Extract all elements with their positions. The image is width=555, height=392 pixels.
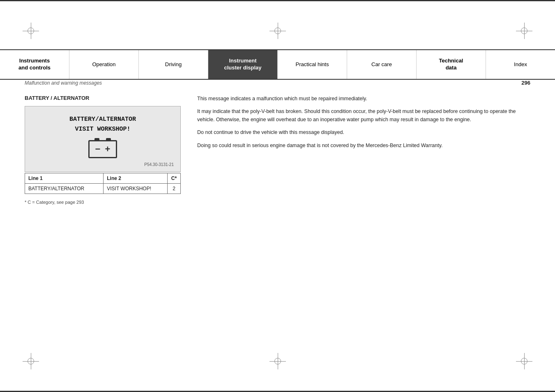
nav-item-instruments[interactable]: Instruments and controls — [0, 50, 69, 79]
navbar: Instruments and controls Operation Drivi… — [0, 49, 555, 80]
message-title: BATTERY / ALTERNATOR — [25, 95, 181, 101]
display-text: BATTERY/ALTERNATOR VISIT WORKSHOP! — [32, 115, 174, 134]
section-title: Malfunction and warning messages — [25, 80, 102, 86]
nav-item-operation[interactable]: Operation — [69, 50, 139, 79]
nav-item-practical-hints[interactable]: Practical hints — [278, 50, 347, 79]
nav-item-car-care[interactable]: Car care — [347, 50, 417, 79]
col-header-line2: Line 2 — [104, 173, 168, 184]
footnote: * C = Category, see page 293 — [25, 200, 181, 205]
right-para-1: This message indicates a malfunction whi… — [197, 95, 530, 103]
display-line1: BATTERY/ALTERNATOR — [69, 116, 136, 123]
display-line2: VISIT WORKSHOP! — [75, 126, 130, 133]
right-column: This message indicates a malfunction whi… — [197, 95, 530, 205]
terminal-plus: + — [105, 145, 111, 154]
right-para-3: Do not continue to drive the vehicle wit… — [197, 129, 530, 136]
top-border — [0, 0, 555, 1]
right-para-4: Doing so could result in serious engine … — [197, 142, 530, 150]
crosshair-top-right — [516, 23, 532, 39]
nav-item-technical-data[interactable]: Technical data — [417, 50, 486, 79]
nav-item-index[interactable]: Index — [486, 50, 555, 79]
battery-icon: − + — [32, 140, 174, 158]
nav-item-instrument-cluster[interactable]: Instrument cluster display — [208, 50, 278, 79]
two-column-layout: BATTERY / ALTERNATOR BATTERY/ALTERNATOR … — [25, 95, 530, 205]
terminal-minus: − — [95, 145, 101, 154]
right-para-2: It may indicate that the poly-V-belt has… — [197, 108, 530, 124]
cell-line1: BATTERY/ALTERNATOR — [25, 184, 104, 194]
nav-item-driving[interactable]: Driving — [139, 50, 208, 79]
col-header-line1: Line 1 — [25, 173, 104, 184]
crosshair-top-left — [23, 23, 39, 39]
display-box: BATTERY/ALTERNATOR VISIT WORKSHOP! − + P… — [25, 106, 181, 172]
cell-line2: VISIT WORKSHOP! — [104, 184, 168, 194]
col-header-c: C* — [168, 173, 181, 184]
data-table: Line 1 Line 2 C* BATTERY/ALTERNATOR VISI… — [25, 173, 181, 194]
left-column: BATTERY / ALTERNATOR BATTERY/ALTERNATOR … — [25, 95, 181, 205]
table-row: BATTERY/ALTERNATOR VISIT WORKSHOP! 2 — [25, 184, 181, 194]
page-number: 296 — [521, 80, 530, 86]
main-content: Malfunction and warning messages 296 BAT… — [25, 80, 530, 359]
section-header: Malfunction and warning messages 296 — [25, 80, 530, 88]
image-reference: P54.30-3131-21 — [32, 162, 174, 167]
crosshair-top-mid — [269, 23, 286, 39]
cell-c: 2 — [168, 184, 181, 194]
battery-body: − + — [88, 140, 117, 158]
